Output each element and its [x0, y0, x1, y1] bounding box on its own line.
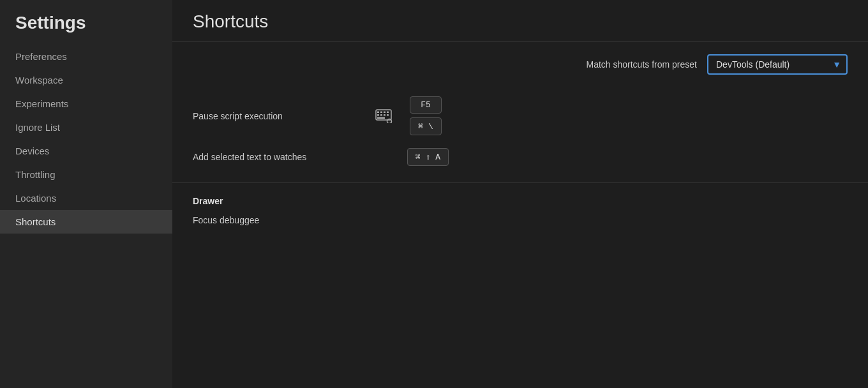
sidebar-item-ignore-list[interactable]: Ignore List — [0, 116, 172, 139]
sidebar-item-label: Shortcuts — [15, 216, 56, 227]
svg-rect-1 — [377, 111, 379, 113]
preset-row: Match shortcuts from preset DevTools (De… — [172, 41, 868, 85]
content-header: Shortcuts — [172, 0, 868, 41]
drawer-section: Drawer Focus debuggee — [172, 183, 868, 229]
svg-rect-7 — [384, 114, 385, 116]
svg-rect-5 — [377, 114, 379, 116]
sidebar-item-label: Preferences — [15, 51, 67, 62]
sidebar-item-label: Devices — [15, 146, 49, 156]
shortcut-row-pause: Pause script execution — [193, 90, 848, 142]
keyboard-search-icon — [374, 109, 394, 123]
sidebar-item-preferences[interactable]: Preferences — [0, 45, 172, 68]
sidebar-item-label: Locations — [15, 193, 56, 204]
main-content: Shortcuts Match shortcuts from preset De… — [172, 0, 868, 388]
svg-rect-3 — [384, 111, 385, 113]
sidebar-title: Settings — [0, 0, 172, 45]
preset-label: Match shortcuts from preset — [586, 59, 697, 70]
svg-rect-6 — [380, 114, 382, 116]
page-title: Shortcuts — [193, 11, 848, 32]
drawer-item-focus-debuggee: Focus debuggee — [193, 211, 848, 229]
sidebar-item-locations[interactable]: Locations — [0, 186, 172, 210]
sidebar-item-label: Throttling — [15, 169, 56, 180]
sidebar-item-experiments[interactable]: Experiments — [0, 92, 172, 116]
shortcut-keys-pause: F5 ⌘ \ — [410, 96, 442, 135]
sidebar-item-devices[interactable]: Devices — [0, 139, 172, 163]
sidebar-item-throttling[interactable]: Throttling — [0, 163, 172, 186]
shortcut-row-watches: Add selected text to watches ⌘ ⇧ A — [193, 142, 848, 172]
svg-line-11 — [391, 123, 393, 123]
key-badge-cmd-backslash: ⌘ \ — [410, 117, 442, 135]
svg-rect-9 — [377, 117, 385, 119]
drawer-item-label: Focus debuggee — [193, 215, 259, 225]
preset-select-wrapper: DevTools (Default) Visual Studio Code ▼ — [707, 54, 848, 75]
svg-rect-2 — [380, 111, 382, 113]
sidebar-item-shortcuts[interactable]: Shortcuts — [0, 210, 172, 234]
svg-rect-4 — [387, 111, 389, 113]
shortcut-name-watches: Add selected text to watches — [193, 152, 359, 162]
shortcuts-area: Pause script execution — [172, 85, 868, 183]
sidebar-item-label: Workspace — [15, 75, 63, 86]
sidebar-item-label: Experiments — [15, 98, 68, 109]
sidebar-item-workspace[interactable]: Workspace — [0, 68, 172, 92]
drawer-title: Drawer — [193, 188, 848, 211]
key-badge-cmd-shift-a: ⌘ ⇧ A — [407, 148, 449, 166]
shortcut-name-pause: Pause script execution — [193, 111, 359, 121]
shortcut-keys-watches: ⌘ ⇧ A — [407, 148, 449, 166]
key-badge-f5: F5 — [410, 96, 442, 114]
preset-select[interactable]: DevTools (Default) Visual Studio Code — [707, 54, 848, 75]
sidebar: Settings Preferences Workspace Experimen… — [0, 0, 172, 388]
svg-rect-8 — [387, 114, 389, 116]
sidebar-item-label: Ignore List — [15, 122, 60, 133]
